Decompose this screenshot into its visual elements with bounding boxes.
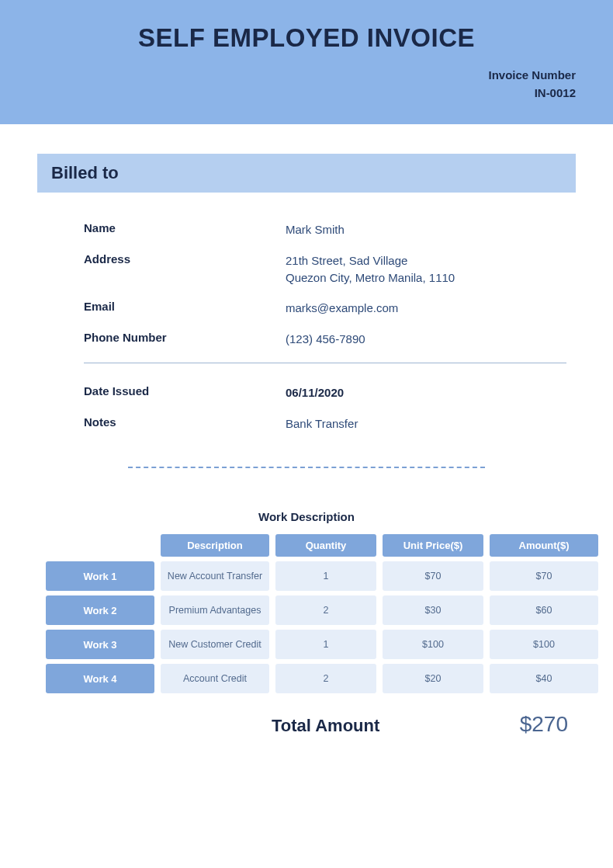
cell-description: Account Credit <box>161 664 269 693</box>
phone-value: (123) 456-7890 <box>286 331 365 348</box>
email-row: Email marks@example.com <box>47 293 566 324</box>
address-value: 21th Street, Sad Village Quezon City, Me… <box>286 252 455 286</box>
row-label: Work 4 <box>46 664 154 693</box>
cell-amount: $40 <box>490 664 598 693</box>
cell-quantity: 2 <box>275 595 376 625</box>
work-table: Description Quantity Unit Price($) Amoun… <box>35 534 578 693</box>
invoice-number-label: Invoice Number <box>0 67 576 85</box>
cell-unit-price: $70 <box>383 561 483 591</box>
address-line1: 21th Street, Sad Village <box>286 252 455 269</box>
name-label: Name <box>84 221 286 238</box>
col-amount: Amount($) <box>490 534 598 557</box>
col-unit-price: Unit Price($) <box>383 534 483 557</box>
notes-row: Notes Bank Transfer <box>47 408 566 439</box>
row-label: Work 3 <box>46 630 154 659</box>
cell-description: New Account Transfer <box>161 561 269 591</box>
table-header-spacer <box>46 534 154 557</box>
date-issued-row: Date Issued 06/11/2020 <box>47 377 566 408</box>
billed-to-heading: Billed to <box>37 154 576 193</box>
divider-line <box>84 363 566 363</box>
total-value: $270 <box>520 712 568 737</box>
notes-label: Notes <box>84 415 286 432</box>
email-value: marks@example.com <box>286 300 398 317</box>
total-label: Total Amount <box>272 716 379 736</box>
invoice-number-block: Invoice Number IN-0012 <box>0 53 613 102</box>
cell-amount: $70 <box>490 561 598 591</box>
invoice-header: SELF EMPLOYED INVOICE Invoice Number IN-… <box>0 0 613 124</box>
cell-unit-price: $30 <box>383 595 483 625</box>
dashed-divider <box>128 467 485 468</box>
row-label: Work 2 <box>46 595 154 625</box>
address-line2: Quezon City, Metro Manila, 1110 <box>286 269 455 286</box>
email-label: Email <box>84 300 286 317</box>
cell-quantity: 2 <box>275 664 376 693</box>
col-description: Description <box>161 534 269 557</box>
invoice-number-value: IN-0012 <box>0 85 576 102</box>
address-label: Address <box>84 252 286 286</box>
cell-amount: $100 <box>490 630 598 659</box>
date-issued-label: Date Issued <box>84 384 286 401</box>
work-table-title: Work Description <box>0 510 613 523</box>
notes-value: Bank Transfer <box>286 415 358 432</box>
col-quantity: Quantity <box>275 534 376 557</box>
cell-description: Premium Advantages <box>161 595 269 625</box>
name-value: Mark Smith <box>286 221 345 238</box>
row-label: Work 1 <box>46 561 154 591</box>
cell-amount: $60 <box>490 595 598 625</box>
cell-quantity: 1 <box>275 630 376 659</box>
cell-unit-price: $100 <box>383 630 483 659</box>
billed-to-section: Name Mark Smith Address 21th Street, Sad… <box>47 214 566 468</box>
cell-unit-price: $20 <box>383 664 483 693</box>
cell-quantity: 1 <box>275 561 376 591</box>
phone-label: Phone Number <box>84 331 286 348</box>
total-row: Total Amount $270 <box>0 712 568 737</box>
name-row: Name Mark Smith <box>47 214 566 245</box>
phone-row: Phone Number (123) 456-7890 <box>47 324 566 355</box>
date-issued-value: 06/11/2020 <box>286 384 344 401</box>
cell-description: New Customer Credit <box>161 630 269 659</box>
invoice-title: SELF EMPLOYED INVOICE <box>0 23 613 53</box>
address-row: Address 21th Street, Sad Village Quezon … <box>47 245 566 293</box>
